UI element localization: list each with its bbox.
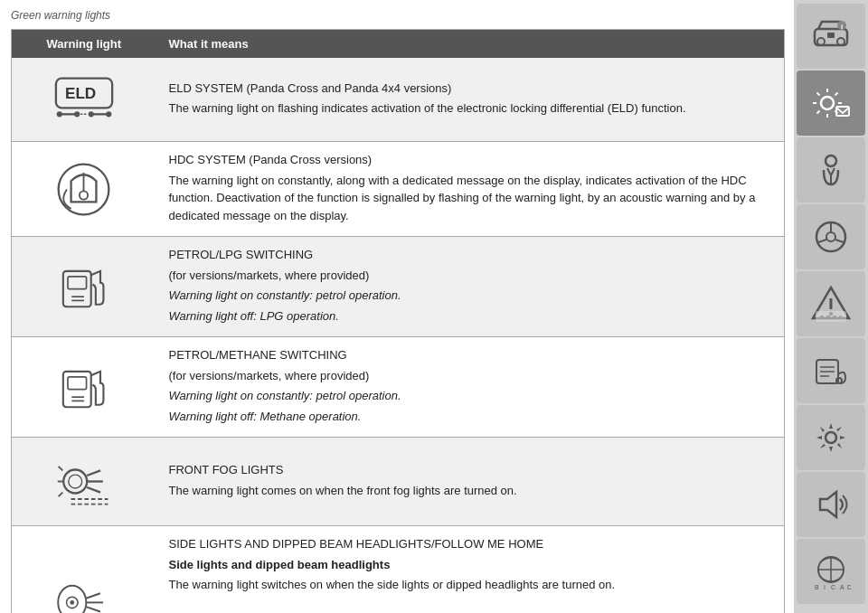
fuel-pump-icon (57, 360, 111, 414)
svg-text:B: B (815, 584, 819, 590)
description-text: The warning light on flashing indicates … (169, 99, 772, 118)
svg-line-23 (59, 493, 63, 497)
description-text: FRONT FOG LIGHTS (169, 461, 772, 479)
description-text: Follow Me Home (169, 610, 772, 614)
svg-rect-13 (68, 277, 87, 289)
svg-text:C: C (831, 584, 835, 590)
table-row: PETROL/LPG SWITCHING(for versions/market… (12, 237, 785, 337)
svg-line-59 (818, 240, 826, 242)
settings-icon (811, 418, 851, 457)
table-row: SIDE LIGHTS AND DIPPED BEAM HEADLIGHTS/F… (12, 526, 785, 614)
navigation-icon: B I C A D (811, 552, 851, 591)
icon-cell: ELD (12, 58, 156, 142)
table-body: ELD ELD SYSTEM (Panda Cross and Panda 4x… (12, 58, 785, 613)
sidebar-item-audio[interactable] (797, 472, 865, 537)
table-row: FRONT FOG LIGHTSThe warning light comes … (12, 438, 785, 526)
svg-point-30 (58, 585, 86, 613)
sidebar-item-maintenance[interactable] (797, 338, 865, 403)
description-text: The warning light on constantly, along w… (169, 172, 772, 225)
svg-line-51 (835, 93, 838, 96)
main-content: Green warning lights Warning light What … (0, 0, 794, 613)
svg-line-60 (835, 240, 844, 242)
warning-lights-icon (811, 83, 851, 123)
svg-point-57 (826, 232, 835, 241)
description-text: SIDE LIGHTS AND DIPPED BEAM HEADLIGHTS/F… (169, 535, 772, 553)
icon-cell (12, 337, 156, 438)
description-text: PETROL/METHANE SWITCHING (169, 346, 772, 364)
steering-icon (811, 217, 851, 257)
svg-point-7 (106, 111, 111, 117)
svg-line-49 (817, 93, 820, 96)
description-text: ELD SYSTEM (Panda Cross and Panda 4x4 ve… (169, 80, 772, 98)
svg-rect-17 (68, 377, 87, 390)
right-sidebar: i (794, 0, 868, 613)
description-cell: PETROL/LPG SWITCHING(for versions/market… (156, 237, 785, 337)
svg-point-3 (56, 111, 61, 117)
svg-line-21 (59, 467, 63, 471)
svg-point-6 (88, 111, 93, 117)
sidebar-item-car-info[interactable]: i (797, 4, 865, 69)
svg-rect-53 (836, 107, 849, 116)
description-text: Warning light off: Methane operation. (169, 408, 772, 426)
description-text: (for versions/markets, where provided) (169, 367, 772, 385)
description-text: PETROL/LPG SWITCHING (169, 246, 772, 264)
svg-point-44 (821, 97, 834, 109)
table-header-row: Warning light What it means (12, 30, 785, 59)
maintenance-icon (811, 351, 851, 391)
svg-line-33 (86, 593, 100, 598)
sidebar-item-navigation[interactable]: B I C A D (797, 539, 865, 604)
description-cell: HDC SYSTEM (Panda Cross versions)The war… (156, 142, 785, 237)
table-row: ELD ELD SYSTEM (Panda Cross and Panda 4x… (12, 58, 785, 142)
description-text: HDC SYSTEM (Panda Cross versions) (169, 151, 772, 169)
description-text: Warning light off: LPG operation. (169, 307, 772, 325)
svg-text:D: D (847, 584, 851, 590)
svg-line-52 (817, 111, 820, 114)
description-text: Warning light on constantly: petrol oper… (169, 387, 772, 405)
icon-cell (12, 142, 156, 237)
sidebar-item-steering[interactable] (797, 204, 865, 269)
description-text: Warning light on constantly: petrol oper… (169, 287, 772, 305)
headlights-icon (52, 575, 116, 614)
svg-point-71 (826, 432, 836, 443)
warning-table: Warning light What it means ELD ELD SYST… (11, 29, 785, 613)
svg-text:ELD: ELD (65, 85, 96, 102)
sidebar-item-road-hazard[interactable] (797, 271, 865, 336)
fog-lights-icon (54, 452, 113, 511)
svg-point-54 (826, 156, 836, 166)
svg-text:A: A (840, 584, 844, 590)
icon-cell (12, 526, 156, 614)
svg-rect-41 (827, 33, 835, 38)
sidebar-item-warning-lights[interactable] (797, 71, 865, 136)
svg-text:i: i (841, 23, 843, 31)
svg-line-35 (86, 607, 100, 611)
road-hazard-icon (811, 284, 851, 324)
audio-icon (811, 485, 851, 524)
hdc-icon (54, 160, 113, 219)
col2-header: What it means (156, 30, 785, 59)
description-text: Side lights and dipped beam headlights (169, 556, 772, 574)
col1-header: Warning light (12, 30, 156, 59)
description-text: The warning light switches on when the s… (169, 576, 772, 594)
svg-line-26 (87, 487, 100, 493)
sidebar-item-settings[interactable] (797, 405, 865, 470)
sidebar-item-safety[interactable] (797, 137, 865, 203)
description-text: (for versions/markets, where provided) (169, 267, 772, 285)
eld-icon: ELD (52, 72, 116, 127)
svg-text:I: I (824, 584, 826, 590)
icon-cell (12, 237, 156, 337)
svg-point-10 (80, 191, 88, 199)
svg-point-4 (74, 111, 80, 117)
svg-point-20 (63, 470, 87, 494)
table-row: HDC SYSTEM (Panda Cross versions)The war… (12, 142, 785, 237)
svg-point-27 (69, 475, 82, 488)
page-heading: Green warning lights (11, 9, 785, 22)
svg-line-24 (87, 470, 100, 476)
description-text: The warning light comes on when the fron… (169, 482, 772, 500)
car-info-icon: i (811, 16, 851, 56)
svg-point-32 (70, 600, 74, 605)
description-cell: PETROL/METHANE SWITCHING(for versions/ma… (156, 337, 785, 438)
description-cell: SIDE LIGHTS AND DIPPED BEAM HEADLIGHTS/F… (156, 526, 785, 614)
description-cell: ELD SYSTEM (Panda Cross and Panda 4x4 ve… (156, 58, 785, 142)
fuel-pump-icon (57, 259, 111, 314)
table-row: PETROL/METHANE SWITCHING(for versions/ma… (12, 337, 785, 438)
